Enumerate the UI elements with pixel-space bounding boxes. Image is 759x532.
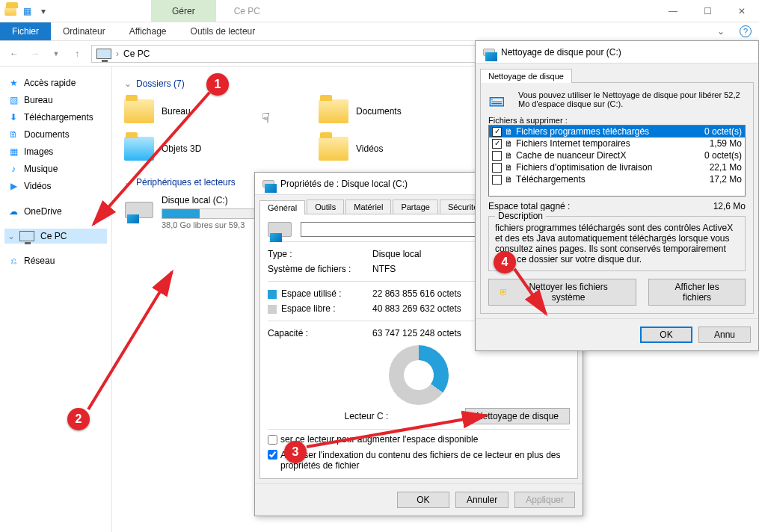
nav-downloads[interactable]: ⬇Téléchargements [4, 109, 107, 126]
nav-onedrive[interactable]: ☁OneDrive [4, 203, 107, 220]
checkbox-icon[interactable] [492, 175, 502, 185]
file-list-row[interactable]: ✓🗎Fichiers programmes téléchargés0 octet… [489, 126, 745, 137]
disk-icon [483, 49, 495, 56]
pc-icon [96, 49, 111, 59]
nav-documents[interactable]: 🗎Documents [4, 126, 107, 143]
props-apply-button[interactable]: Appliquer [514, 492, 575, 508]
properties-icon[interactable]: ▦ [21, 5, 33, 17]
file-label: Fichiers programmes téléchargés [516, 126, 649, 137]
nav-desktop[interactable]: ▧Bureau [4, 92, 107, 108]
checkbox-icon[interactable]: ✓ [492, 139, 502, 149]
pc-icon [19, 231, 34, 241]
navigation-pane: ★Accès rapide ▧Bureau ⬇Téléchargements 🗎… [0, 66, 112, 532]
cursor-icon: ☟ [262, 110, 270, 126]
disk-cleanup-dialog: Nettoyage de disque pour (C:) Nettoyage … [475, 40, 759, 351]
quick-access-toolbar: ▦ ▾ [0, 0, 54, 22]
file-size: 0 octet(s) [704, 126, 742, 137]
file-icon: 🗎 [505, 139, 513, 148]
minimize-button[interactable]: — [656, 0, 690, 22]
checkbox-icon[interactable] [492, 151, 502, 161]
address-location: Ce PC [123, 49, 150, 59]
nav-music[interactable]: ♪Musique [4, 161, 107, 177]
folder-objects3d[interactable]: Objets 3D [124, 134, 274, 164]
ribbon-tabs: Fichier Ordinateur Affichage Outils de l… [0, 22, 759, 41]
close-button[interactable]: ✕ [725, 0, 759, 22]
file-icon: 🗎 [505, 163, 513, 172]
cleanup-icon: 🖴 [488, 90, 512, 110]
shield-icon: ⛨ [500, 287, 508, 297]
disk-icon [262, 180, 274, 188]
checkbox-icon[interactable]: ✓ [492, 127, 502, 137]
file-size: 0 octet(s) [704, 150, 742, 161]
nav-this-pc[interactable]: ⌄Ce PC [4, 229, 107, 244]
file-tab[interactable]: Fichier [0, 22, 51, 40]
file-label: Fichiers Internet temporaires [516, 138, 630, 149]
nav-network[interactable]: ⎌Réseau [4, 253, 107, 269]
annotation-step-2: 2 [67, 408, 90, 430]
cleanup-cancel-button[interactable]: Annu [698, 327, 751, 343]
ribbon-collapse-icon[interactable]: ⌄ [717, 26, 725, 37]
annotation-step-1: 1 [206, 73, 229, 96]
window-title: Ce PC [216, 0, 656, 22]
tab-tools[interactable]: Outils [307, 200, 344, 214]
props-ok-button[interactable]: OK [397, 492, 449, 508]
cleanup-intro: Vous pouvez utiliser le Nettoyage de dis… [518, 90, 746, 110]
description-box: Description fichiers programmes téléchar… [488, 216, 746, 271]
computer-tab[interactable]: Ordinateur [51, 22, 117, 40]
up-button[interactable]: ↑ [70, 49, 84, 59]
tab-sharing[interactable]: Partage [393, 200, 438, 214]
drive-usage-bar [162, 208, 266, 219]
nav-quick-access[interactable]: ★Accès rapide [4, 75, 107, 91]
annotation-step-4: 4 [494, 251, 516, 273]
tab-hardware[interactable]: Matériel [345, 200, 391, 214]
files-to-delete-label: Fichiers à supprimer : [488, 116, 746, 125]
index-checkbox[interactable]: Autoriser l'indexation du contenu des fi… [268, 450, 565, 471]
usage-donut-chart [389, 345, 449, 405]
maximize-button[interactable]: ☐ [690, 0, 725, 22]
back-button[interactable]: ← [7, 49, 21, 59]
drive-letter-label: Lecteur C : [268, 411, 465, 421]
file-icon: 🗎 [505, 151, 513, 160]
file-label: Téléchargements [516, 174, 586, 185]
disk-icon [125, 202, 153, 218]
forward-button[interactable]: → [28, 49, 42, 59]
total-gained-value: 12,6 Mo [713, 201, 746, 211]
drive-tools-tab[interactable]: Outils de lecteur [179, 22, 268, 40]
file-label: Cache de nuanceur DirectX [516, 150, 626, 161]
disk-cleanup-button[interactable]: Nettoyage de disque [465, 408, 570, 424]
title-bar: ▦ ▾ Gérer Ce PC — ☐ ✕ [0, 0, 759, 22]
nav-videos[interactable]: ▶Vidéos [4, 178, 107, 194]
tab-cleanup[interactable]: Nettoyage de disque [480, 69, 572, 83]
file-list-row[interactable]: 🗎Fichiers d'optimisation de livraison22,… [489, 161, 745, 173]
file-icon: 🗎 [505, 175, 513, 184]
cleanup-title-bar: Nettoyage de disque pour (C:) [476, 41, 758, 64]
file-list-row[interactable]: ✓🗎Fichiers Internet temporaires1,59 Mo [489, 137, 745, 149]
files-listbox[interactable]: ✓🗎Fichiers programmes téléchargés0 octet… [488, 125, 746, 197]
clean-system-files-button[interactable]: ⛨Nettoyer les fichiers système [488, 279, 636, 306]
nav-images[interactable]: ▦Images [4, 143, 107, 160]
file-icon: 🗎 [505, 127, 513, 136]
qat-dropdown-icon[interactable]: ▾ [37, 5, 49, 17]
help-icon[interactable]: ? [740, 25, 752, 37]
file-size: 1,59 Mo [710, 138, 742, 149]
folder-documents[interactable]: Documents [319, 96, 468, 126]
tab-general[interactable]: Général [259, 200, 305, 214]
display-tab[interactable]: Affichage [117, 22, 179, 40]
props-cancel-button[interactable]: Annuler [455, 492, 508, 508]
cleanup-ok-button[interactable]: OK [640, 327, 692, 343]
folder-videos[interactable]: Vidéos [319, 134, 468, 164]
view-files-button[interactable]: Afficher les fichiers [648, 279, 746, 306]
drive-free-text: 38,0 Go libres sur 59,3 [162, 220, 266, 229]
file-size: 17,2 Mo [710, 174, 742, 185]
file-list-row[interactable]: 🗎Cache de nuanceur DirectX0 octet(s) [489, 149, 745, 161]
file-label: Fichiers d'optimisation de livraison [516, 162, 652, 173]
explorer-icon [4, 5, 16, 17]
disk-icon [268, 222, 292, 237]
file-list-row[interactable]: 🗎Téléchargements17,2 Mo [489, 173, 745, 185]
file-size: 22,1 Mo [710, 162, 742, 173]
cleanup-title: Nettoyage de disque pour (C:) [501, 47, 621, 58]
contextual-tab-manage[interactable]: Gérer [151, 0, 216, 22]
recent-dropdown-icon[interactable]: ▼ [49, 50, 63, 58]
folder-desktop[interactable]: Bureau [124, 96, 274, 126]
checkbox-icon[interactable] [492, 163, 502, 173]
